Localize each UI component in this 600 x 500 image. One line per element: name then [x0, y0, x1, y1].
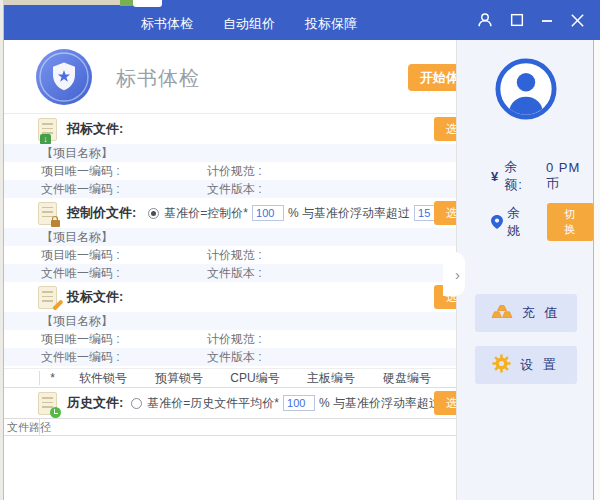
control-baseline-radio[interactable] — [148, 208, 159, 219]
file-version-label: 文件版本 : — [207, 265, 262, 282]
balance-row: ¥ 余 额: 0 PM币 — [491, 158, 594, 194]
account-sidebar: ¥ 余 额: 0 PM币 余 姚 切 换 充 值 — [456, 40, 594, 500]
chevron-right-icon: › — [455, 266, 460, 283]
lock-col-asterisk: * — [39, 371, 65, 385]
settings-label: 设 置 — [520, 356, 559, 374]
background-window-strip — [3, 0, 120, 5]
control-project-name-row: 【项目名称】 — [4, 228, 456, 246]
sidebar-collapse-handle[interactable]: › — [443, 252, 465, 296]
control-formula-mid: % 与基准价浮动率超过 — [288, 205, 410, 222]
section-history-title: 历史文件: — [67, 394, 123, 412]
history-baseline-radio-group: 基准价=历史文件平均价* % 与基准价浮动率超过 %的项警示 — [131, 395, 456, 412]
control-file-row: 文件唯一编码 : 文件版本 : — [4, 264, 456, 282]
lock-icon — [51, 220, 60, 227]
lock-col-budget-lock: 预算锁号 — [141, 370, 217, 387]
document-clock-icon — [38, 392, 57, 415]
switch-account-button[interactable]: 切 换 — [547, 203, 594, 241]
section-history-header: 历史文件: 基准价=历史文件平均价* % 与基准价浮动率超过 %的项警示 选择 — [4, 388, 456, 418]
pencil-icon — [52, 299, 63, 310]
page-title: 标书体检 — [116, 65, 200, 92]
document-lock-icon — [38, 202, 57, 225]
file-path-value-cell — [39, 419, 456, 435]
history-formula-mid: % 与基准价浮动率超过 — [319, 395, 441, 412]
file-version-label: 文件版本 : — [207, 349, 262, 366]
clock-icon — [50, 407, 61, 418]
file-code-label: 文件唯一编码 : — [41, 181, 120, 198]
settings-button[interactable]: 设 置 — [475, 346, 577, 384]
project-code-label: 项目唯一编码 : — [41, 247, 120, 264]
control-formula-prefix: 基准价=控制价* — [164, 205, 248, 222]
app-window: 标书体检 自动组价 投标保障 — [3, 0, 600, 500]
section-tender-header: ↓ 招标文件: 选择 — [4, 114, 456, 144]
pricing-spec-label: 计价规范 : — [207, 163, 262, 180]
control-baseline-radio-group: 基准价=控制价* % 与基准价浮动率超过 %的项警示 — [148, 205, 456, 222]
titlebar: 标书体检 自动组价 投标保障 — [4, 0, 600, 40]
project-name-label: 【项目名称】 — [41, 229, 113, 246]
section-bid-header: 投标文件: 选择 — [4, 282, 456, 312]
recharge-button[interactable]: 充 值 — [475, 294, 577, 332]
project-code-label: 项目唯一编码 : — [41, 163, 120, 180]
window-controls — [476, 11, 586, 29]
tender-codes-row: 项目唯一编码 : 计价规范 : — [4, 162, 456, 180]
tender-project-name-row: 【项目名称】 — [4, 144, 456, 162]
document-download-icon: ↓ — [38, 118, 57, 141]
page-header: 标书体检 开始体检 — [4, 40, 456, 114]
nav-tabs: 标书体检 自动组价 投标保障 — [141, 15, 357, 33]
user-avatar[interactable] — [495, 58, 557, 120]
location-pin-icon — [491, 215, 503, 229]
tender-select-button[interactable]: 选择 — [434, 117, 456, 141]
section-bid-title: 投标文件: — [67, 288, 123, 306]
file-version-label: 文件版本 : — [207, 181, 262, 198]
bid-file-row: 文件唯一编码 : 文件版本 : — [4, 348, 456, 366]
lock-col-mainboard: 主板编号 — [293, 370, 369, 387]
file-path-label: 文件路径 — [4, 419, 39, 435]
download-arrow-icon: ↓ — [40, 134, 51, 145]
maximize-icon[interactable] — [509, 12, 525, 28]
tender-file-row: 文件唯一编码 : 文件版本 : — [4, 180, 456, 198]
shield-star-icon — [35, 48, 93, 110]
section-tender-title: 招标文件: — [67, 120, 123, 138]
project-name-label: 【项目名称】 — [41, 145, 113, 162]
background-icon-fragment — [120, 0, 133, 6]
pricing-spec-label: 计价规范 : — [207, 331, 262, 348]
control-price-percent-input[interactable] — [252, 205, 284, 221]
location-row: 余 姚 切 换 — [491, 203, 594, 241]
bid-codes-row: 项目唯一编码 : 计价规范 : — [4, 330, 456, 348]
document-pencil-icon — [38, 286, 57, 309]
section-control-title: 控制价文件: — [67, 204, 136, 222]
tab-bid-check[interactable]: 标书体检 — [141, 15, 193, 33]
background-white-tab — [133, 0, 162, 7]
tab-auto-pricing[interactable]: 自动组价 — [223, 15, 275, 33]
control-codes-row: 项目唯一编码 : 计价规范 : — [4, 246, 456, 264]
history-select-button[interactable]: 选择 — [434, 391, 456, 415]
section-control-header: 控制价文件: 基准价=控制价* % 与基准价浮动率超过 %的项警示 选择 — [4, 198, 456, 228]
pricing-spec-label: 计价规范 : — [207, 247, 262, 264]
main-content: 标书体检 开始体检 ↓ 招标文件: 选择 【项目名称】 项目唯一编码 : 计价规… — [4, 40, 456, 500]
lock-col-software-lock: 软件锁号 — [65, 370, 141, 387]
background-right-strip — [593, 40, 600, 500]
project-code-label: 项目唯一编码 : — [41, 331, 120, 348]
location-name: 余 姚 — [507, 204, 534, 240]
yen-icon: ¥ — [491, 169, 499, 184]
bid-project-name-row: 【项目名称】 — [4, 312, 456, 330]
history-price-percent-input[interactable] — [283, 395, 315, 411]
lock-col-harddisk: 硬盘编号 — [369, 370, 445, 387]
file-path-row: 文件路径 — [4, 418, 456, 436]
minimize-icon[interactable] — [540, 12, 554, 28]
history-formula-prefix: 基准价=历史文件平均价* — [147, 395, 279, 412]
balance-value: 0 PM币 — [546, 160, 594, 193]
recharge-label: 充 值 — [522, 304, 561, 322]
lock-table-header: * 软件锁号 预算锁号 CPU编号 主板编号 硬盘编号 — [4, 368, 456, 388]
file-code-label: 文件唯一编码 : — [41, 265, 120, 282]
history-baseline-radio[interactable] — [131, 398, 142, 409]
control-select-button[interactable]: 选择 — [434, 201, 456, 225]
gear-icon — [492, 354, 511, 376]
file-code-label: 文件唯一编码 : — [41, 349, 120, 366]
close-icon[interactable] — [569, 12, 586, 29]
gold-ingots-icon — [491, 304, 513, 322]
tab-bid-guarantee[interactable]: 投标保障 — [305, 15, 357, 33]
user-icon[interactable] — [476, 11, 494, 29]
lock-col-cpu: CPU编号 — [217, 370, 293, 387]
project-name-label: 【项目名称】 — [41, 313, 113, 330]
start-check-button[interactable]: 开始体检 — [408, 64, 456, 91]
